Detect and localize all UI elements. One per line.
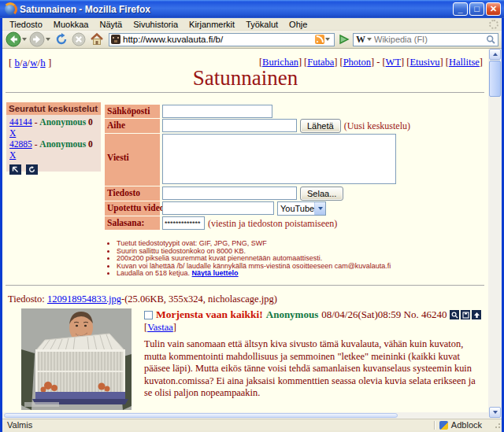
watched-threads-title: Seuratut keskustelut bbox=[6, 102, 101, 115]
site-favicon bbox=[111, 35, 120, 44]
password-note: (viestin ja tiedoston poistamiseen) bbox=[208, 216, 337, 230]
close-button[interactable]: ✕ bbox=[486, 2, 501, 16]
window-titlebar: Satunnainen - Mozilla Firefox _ □ ✕ bbox=[0, 0, 504, 18]
home-icon bbox=[90, 32, 104, 46]
video-service-value: YouTube bbox=[278, 204, 314, 213]
menu-kirjanmerkit[interactable]: Kirjanmerkit bbox=[183, 19, 240, 30]
divider bbox=[6, 285, 484, 286]
menu-ohje[interactable]: Ohje bbox=[284, 19, 313, 30]
dash: - bbox=[35, 117, 38, 127]
floppy-icon bbox=[462, 312, 469, 319]
password-label: Salasana: bbox=[105, 216, 160, 230]
watched-thread-link[interactable]: 42885 bbox=[9, 139, 32, 149]
save-thread-button[interactable] bbox=[461, 310, 470, 319]
watched-thread-count: 0 bbox=[88, 117, 93, 127]
forward-button[interactable] bbox=[29, 31, 45, 47]
post-header: Morjensta vaan kaikki! Anonymous 08/04/2… bbox=[144, 308, 481, 321]
status-bar: Valmis Adblock bbox=[2, 419, 502, 430]
arrow-up-icon bbox=[473, 312, 480, 319]
menu-tiedosto[interactable]: Tiedosto bbox=[4, 19, 48, 30]
vertical-scroll-thumb[interactable] bbox=[489, 61, 501, 97]
file-field[interactable] bbox=[162, 186, 297, 200]
maximize-button[interactable]: □ bbox=[469, 2, 484, 16]
menu-muokkaa[interactable]: Muokkaa bbox=[48, 19, 94, 30]
statusbar-separator bbox=[434, 421, 435, 430]
new-thread-note: (Uusi keskustelu) bbox=[344, 119, 410, 132]
watched-thread-link[interactable]: 44144 bbox=[9, 117, 32, 127]
watermark bbox=[24, 402, 59, 407]
minimize-button[interactable]: _ bbox=[453, 2, 468, 16]
window-title: Satunnainen - Mozilla Firefox bbox=[20, 4, 453, 15]
stop-button[interactable] bbox=[72, 32, 86, 46]
vertical-scrollbar[interactable] bbox=[488, 49, 502, 419]
watched-threads-box: Seuratut keskustelut 44144 - Anonymous 0… bbox=[6, 102, 101, 172]
password-field[interactable] bbox=[162, 216, 205, 230]
magnifier-icon bbox=[451, 312, 458, 319]
url-dropdown-icon[interactable] bbox=[325, 38, 330, 41]
post-thumbnail-image[interactable] bbox=[21, 308, 132, 410]
back-icon bbox=[6, 31, 21, 47]
go-icon bbox=[338, 33, 350, 46]
subject-field[interactable] bbox=[162, 119, 297, 132]
reply-link[interactable]: Vastaa bbox=[147, 322, 173, 333]
file-link[interactable]: 120918954833.jpg bbox=[47, 294, 121, 305]
menu-tyokalut[interactable]: Työkalut bbox=[240, 19, 284, 30]
horizontal-scroll-thumb[interactable] bbox=[4, 413, 398, 418]
reload-button[interactable] bbox=[54, 32, 69, 46]
url-bar[interactable] bbox=[109, 33, 335, 46]
watched-thread-name: Anonymous bbox=[39, 117, 86, 127]
go-button[interactable] bbox=[338, 33, 350, 46]
browse-button[interactable]: Selaa... bbox=[300, 186, 343, 201]
throbber-icon bbox=[489, 20, 498, 29]
message-field[interactable] bbox=[162, 134, 396, 184]
watched-thread-row: 42885 - Anonymous 0 X bbox=[9, 138, 98, 161]
back-dropdown-icon[interactable] bbox=[22, 38, 27, 41]
reply-link-wrap: Vastaa bbox=[144, 322, 176, 334]
back-button[interactable] bbox=[6, 31, 21, 47]
adblock-label[interactable]: Adblock bbox=[451, 420, 482, 430]
horizontal-scrollbar[interactable] bbox=[2, 412, 488, 419]
post-author: Anonymous bbox=[266, 308, 318, 321]
menu-nayta[interactable]: Näytä bbox=[94, 19, 128, 30]
forward-icon bbox=[29, 31, 45, 47]
search-icon[interactable] bbox=[486, 35, 496, 45]
dash: - bbox=[35, 139, 38, 149]
url-input[interactable] bbox=[123, 35, 315, 44]
status-text: Valmis bbox=[2, 420, 434, 430]
email-label: Sähköposti bbox=[105, 105, 160, 118]
unwatch-link[interactable]: X bbox=[9, 150, 16, 160]
refresh-icon bbox=[28, 166, 35, 173]
search-engine-dropdown-icon[interactable] bbox=[367, 38, 372, 41]
board-rules-list: Tuetut tiedostotyypit ovat: GIF, JPG, PN… bbox=[106, 240, 391, 278]
menu-sivuhistoria[interactable]: Sivuhistoria bbox=[128, 19, 183, 30]
expand-image-button[interactable] bbox=[450, 310, 459, 319]
search-input[interactable] bbox=[374, 35, 486, 44]
scroll-top-button[interactable] bbox=[472, 310, 481, 319]
scroll-up-button[interactable] bbox=[489, 49, 501, 60]
submit-button[interactable]: Lähetä bbox=[300, 119, 341, 133]
goto-thread-button[interactable] bbox=[9, 164, 21, 175]
video-field[interactable] bbox=[162, 201, 274, 215]
select-dropdown-icon[interactable] bbox=[314, 202, 325, 215]
thread-list-link[interactable]: Näytä luettelo bbox=[192, 269, 239, 277]
search-bar[interactable]: W bbox=[353, 33, 498, 46]
resize-grip[interactable] bbox=[493, 421, 501, 429]
divider bbox=[6, 92, 484, 93]
navigation-toolbar: W bbox=[2, 31, 502, 49]
watched-thread-count: 0 bbox=[88, 139, 93, 149]
birdcage bbox=[32, 334, 128, 404]
email-field[interactable] bbox=[162, 105, 272, 118]
browser-window: Satunnainen - Mozilla Firefox _ □ ✕ Tied… bbox=[0, 0, 504, 432]
adblock-icon[interactable] bbox=[439, 421, 448, 430]
search-engine-icon[interactable]: W bbox=[356, 34, 365, 46]
refresh-watched-button[interactable] bbox=[26, 164, 38, 175]
home-button[interactable] bbox=[90, 32, 104, 46]
unwatch-link[interactable]: X bbox=[9, 128, 16, 138]
message-label: Viesti bbox=[105, 134, 160, 186]
video-service-select[interactable]: YouTube bbox=[277, 201, 326, 216]
scroll-down-button[interactable] bbox=[489, 407, 501, 418]
post-checkbox[interactable] bbox=[144, 311, 153, 319]
menu-bar: Tiedosto Muokkaa Näytä Sivuhistoria Kirj… bbox=[2, 18, 502, 31]
rss-icon[interactable] bbox=[315, 35, 324, 44]
forward-dropdown-icon[interactable] bbox=[46, 38, 50, 41]
